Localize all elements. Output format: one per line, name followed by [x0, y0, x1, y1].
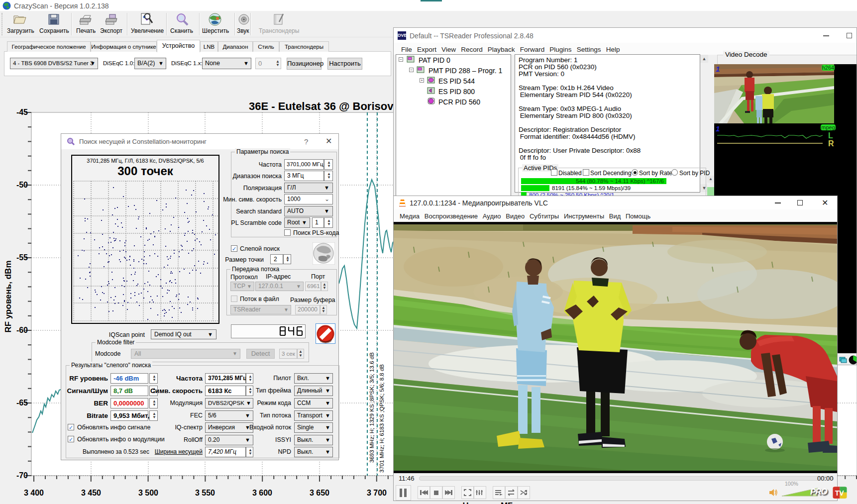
svg-text:36E - Eutelsat 36 @ Borisov (5: 36E - Eutelsat 36 @ Borisov (5 — [249, 100, 406, 112]
svg-text:-50: -50 — [16, 181, 28, 189]
svg-text:Частота, МГц: Частота, МГц — [463, 501, 518, 504]
svg-text:RF уровень, dBm: RF уровень, dBm — [3, 260, 13, 332]
svg-text:-45: -45 — [16, 108, 28, 116]
svg-text:-70: -70 — [16, 471, 28, 480]
svg-text:3 600: 3 600 — [252, 489, 272, 497]
svg-text:3 650: 3 650 — [310, 489, 329, 497]
svg-text:-65: -65 — [16, 399, 28, 407]
svg-text:TV: TV — [835, 489, 845, 497]
svg-text:-60: -60 — [16, 326, 28, 334]
svg-text:3 450: 3 450 — [81, 489, 101, 497]
svg-text:3 700: 3 700 — [367, 489, 387, 497]
svg-text:3701 MHz; H; 6183 KS ;QPSK; 5/: 3701 MHz; H; 6183 KS ;QPSK; 5/6; 8.8 dB — [379, 364, 385, 473]
svg-text:-55: -55 — [16, 253, 28, 262]
svg-text:3 400: 3 400 — [24, 489, 44, 497]
svg-text:3 500: 3 500 — [138, 489, 158, 497]
svg-text:3 550: 3 550 — [195, 489, 215, 497]
svg-text:3693 MHz; H; 1329 KS ;8PSK; 3/: 3693 MHz; H; 1329 KS ;8PSK; 3/5; 13.6 dB — [369, 352, 375, 463]
